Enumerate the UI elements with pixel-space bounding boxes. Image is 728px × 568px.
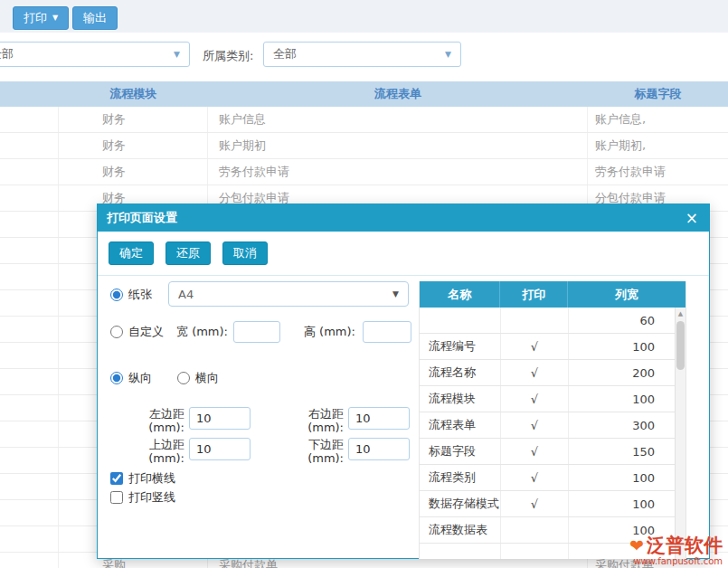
caret-down-icon: ▼ bbox=[445, 50, 451, 59]
columns-row[interactable]: 流程模块 √ 100 bbox=[420, 386, 676, 412]
column-header-print: 打印 bbox=[500, 281, 568, 308]
cell-module: 财务 bbox=[59, 133, 208, 158]
cell-form: 账户期初 bbox=[208, 133, 588, 158]
print-hline-label: 打印横线 bbox=[128, 470, 175, 487]
print-button[interactable]: 打印 ▼ bbox=[13, 6, 69, 30]
columns-row[interactable]: 标题字段 √ 150 bbox=[420, 439, 676, 465]
print-settings-dialog: 打印页面设置 × 确定 还原 取消 纸张 A4 ▼ 自定义 宽 (mm): 高 … bbox=[97, 204, 710, 559]
scrollbar-thumb[interactable] bbox=[676, 321, 685, 370]
table-row[interactable]: 财务 账户期初 账户期初, bbox=[0, 133, 728, 159]
category-filter-select[interactable]: 全部 ▼ bbox=[263, 42, 461, 67]
module-filter-select[interactable]: 全部 ▼ bbox=[0, 42, 190, 67]
height-input[interactable] bbox=[363, 321, 411, 343]
table-row[interactable]: 财务 劳务付款申请 劳务付款申请 bbox=[0, 159, 728, 185]
close-icon[interactable]: × bbox=[684, 211, 700, 226]
margin-left-label: 左边距(mm): bbox=[130, 407, 184, 434]
paper-label: 纸张 bbox=[128, 287, 152, 303]
columns-row[interactable]: 60 bbox=[420, 308, 676, 334]
margin-bottom-label: 下边距(mm): bbox=[289, 438, 344, 465]
module-filter-value: 全部 bbox=[0, 46, 14, 62]
columns-row[interactable]: 流程编号 √ 100 bbox=[420, 334, 676, 360]
cell-form: 账户信息 bbox=[208, 107, 588, 132]
columns-row[interactable]: 流程表单 √ 300 bbox=[420, 412, 676, 439]
dialog-title: 打印页面设置 bbox=[107, 210, 177, 226]
columns-row[interactable]: 数据存储模式 √ 100 bbox=[420, 491, 676, 517]
margin-right-input[interactable] bbox=[348, 407, 410, 430]
margin-right-label: 右边距(mm): bbox=[289, 407, 344, 434]
paper-radio[interactable] bbox=[110, 289, 123, 301]
columns-table-header: 名称 打印 列宽 bbox=[420, 281, 685, 308]
margin-bottom-input[interactable] bbox=[348, 438, 410, 460]
paper-size-value: A4 bbox=[178, 288, 194, 301]
margin-top-group: 上边距(mm): bbox=[130, 438, 251, 465]
landscape-radio[interactable] bbox=[177, 372, 190, 384]
portrait-label: 纵向 bbox=[128, 370, 152, 386]
cancel-button[interactable]: 取消 bbox=[222, 241, 268, 265]
margin-top-input[interactable] bbox=[189, 438, 251, 460]
margin-right-group: 右边距(mm): bbox=[289, 407, 410, 434]
caret-down-icon: ▼ bbox=[392, 289, 399, 298]
export-button-label: 输出 bbox=[83, 10, 107, 26]
columns-row[interactable]: 流程名称 √ 200 bbox=[420, 360, 676, 386]
print-vline-label: 打印竖线 bbox=[128, 489, 175, 506]
scroll-up-icon[interactable]: ▲ bbox=[676, 308, 685, 319]
category-filter-value: 全部 bbox=[273, 46, 297, 62]
width-input[interactable] bbox=[233, 321, 280, 343]
column-header-title: 标题字段 bbox=[588, 81, 728, 107]
cell-title: 劳务付款申请 bbox=[588, 159, 728, 185]
column-header-width: 列宽 bbox=[568, 281, 685, 308]
restore-button[interactable]: 还原 bbox=[165, 241, 211, 265]
portrait-radio[interactable] bbox=[110, 372, 123, 384]
margin-top-label: 上边距(mm): bbox=[130, 438, 184, 465]
table-row[interactable]: 财务 账户信息 账户信息, bbox=[0, 107, 728, 133]
print-vline-checkbox[interactable] bbox=[110, 491, 123, 504]
width-label: 宽 (mm): bbox=[176, 324, 228, 340]
cell-module: 财务 bbox=[59, 159, 208, 185]
cell-form: 劳务付款申请 bbox=[208, 159, 588, 185]
category-filter-label: 所属类别: bbox=[203, 48, 253, 64]
toolbar: 打印 ▼ 输出 bbox=[0, 0, 728, 33]
scrollbar[interactable]: ▲ bbox=[675, 308, 685, 559]
margin-left-group: 左边距(mm): bbox=[130, 407, 251, 434]
column-header-empty bbox=[0, 81, 59, 107]
table-header-row: 流程模块 流程表单 标题字段 bbox=[0, 81, 728, 107]
custom-label: 自定义 bbox=[128, 324, 164, 340]
print-hline-row: 打印横线 bbox=[110, 470, 175, 487]
custom-radio[interactable] bbox=[110, 326, 123, 338]
caret-down-icon: ▼ bbox=[174, 50, 180, 59]
divider bbox=[98, 275, 709, 276]
margin-left-input[interactable] bbox=[189, 407, 251, 430]
custom-size-row: 自定义 宽 (mm): 高 (mm): bbox=[110, 321, 411, 343]
cell-title: 账户期初, bbox=[588, 133, 728, 158]
print-hline-checkbox[interactable] bbox=[110, 472, 123, 485]
orientation-row: 纵向 横向 bbox=[110, 370, 219, 386]
columns-table: 名称 打印 列宽 60 流程编号 √ 100 流程名称 √ 200 流程模块 √… bbox=[419, 281, 686, 559]
caret-down-icon: ▼ bbox=[52, 14, 58, 22]
filter-bar: 全部 ▼ 所属类别: 全部 ▼ bbox=[0, 33, 728, 69]
column-header-form: 流程表单 bbox=[208, 81, 588, 107]
cell-module: 财务 bbox=[59, 107, 208, 132]
ok-button[interactable]: 确定 bbox=[109, 241, 154, 265]
paper-size-select[interactable]: A4 ▼ bbox=[168, 281, 409, 307]
margin-bottom-group: 下边距(mm): bbox=[289, 438, 410, 465]
cell-title: 账户信息, bbox=[588, 107, 728, 132]
dialog-buttons: 确定 还原 取消 bbox=[109, 241, 268, 265]
export-button[interactable]: 输出 bbox=[72, 6, 118, 30]
column-header-name: 名称 bbox=[420, 281, 500, 308]
columns-row-partial bbox=[420, 544, 676, 559]
print-button-label: 打印 bbox=[24, 10, 47, 26]
print-vline-row: 打印竖线 bbox=[110, 489, 175, 506]
landscape-label: 横向 bbox=[195, 370, 219, 386]
paper-size-row: 纸张 bbox=[110, 287, 152, 303]
height-label: 高 (mm): bbox=[304, 324, 355, 340]
columns-row[interactable]: 流程数据表 100 bbox=[420, 517, 676, 544]
dialog-titlebar: 打印页面设置 × bbox=[98, 204, 709, 232]
columns-row[interactable]: 流程类别 √ 100 bbox=[420, 465, 676, 491]
column-header-module: 流程模块 bbox=[59, 81, 208, 107]
